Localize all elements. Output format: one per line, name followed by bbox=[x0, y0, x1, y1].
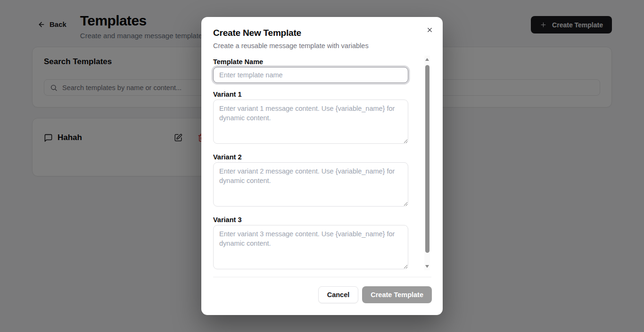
dialog-header: Create New Template Create a reusable me… bbox=[201, 17, 443, 50]
close-icon bbox=[426, 26, 433, 33]
variant-3-textarea[interactable] bbox=[213, 225, 408, 269]
create-template-submit-button[interactable]: Create Template bbox=[362, 286, 432, 303]
variant-2-field: Variant 2 bbox=[213, 153, 408, 208]
template-name-field: Template Name bbox=[213, 58, 408, 83]
scrollbar-down-arrow-icon[interactable] bbox=[425, 265, 429, 268]
variant-2-textarea[interactable] bbox=[213, 162, 408, 207]
variant-1-field: Variant 1 bbox=[213, 91, 408, 146]
create-template-dialog: Create New Template Create a reusable me… bbox=[201, 17, 443, 315]
dialog-form-scroll-area: Template Name Variant 1 Variant 2 Varian… bbox=[201, 56, 443, 277]
dialog-subtitle: Create a reusable message template with … bbox=[213, 42, 431, 50]
template-name-label: Template Name bbox=[213, 58, 408, 66]
dialog-scrollbar[interactable] bbox=[424, 56, 430, 270]
dialog-footer: Cancel Create Template bbox=[201, 277, 443, 315]
variant-1-textarea[interactable] bbox=[213, 100, 408, 144]
cancel-button[interactable]: Cancel bbox=[318, 286, 359, 303]
scrollbar-thumb[interactable] bbox=[425, 65, 429, 253]
template-name-input[interactable] bbox=[213, 67, 408, 83]
variant-3-label: Variant 3 bbox=[213, 216, 408, 224]
scrollbar-up-arrow-icon[interactable] bbox=[425, 58, 429, 61]
close-button[interactable] bbox=[423, 24, 436, 36]
variant-3-field: Variant 3 bbox=[213, 216, 408, 271]
variant-1-label: Variant 1 bbox=[213, 91, 408, 98]
dialog-title: Create New Template bbox=[213, 28, 431, 38]
variant-2-label: Variant 2 bbox=[213, 153, 408, 161]
